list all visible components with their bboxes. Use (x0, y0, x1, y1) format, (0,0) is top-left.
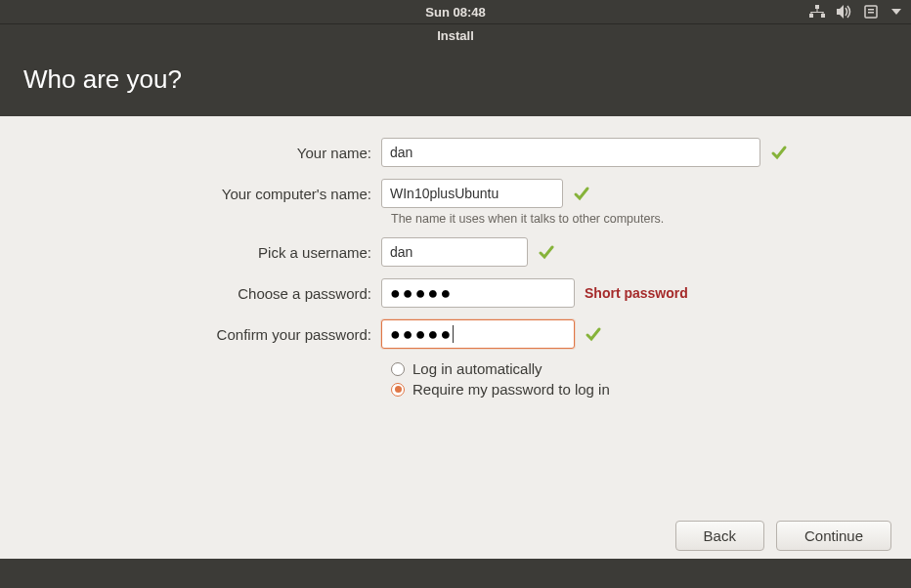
name-label: Your name: (29, 145, 381, 161)
form-area: Your name: Your computer's name: The nam… (0, 116, 911, 423)
username-input[interactable] (381, 237, 528, 267)
svg-rect-6 (823, 12, 824, 15)
radio-icon (391, 362, 405, 376)
login-auto-option[interactable]: Log in automatically (391, 360, 882, 377)
confirm-password-input[interactable]: ●●●●● (381, 319, 575, 349)
svg-marker-7 (837, 5, 844, 19)
confirm-password-label: Confirm your password: (29, 326, 381, 343)
password-label: Choose a password: (29, 285, 381, 302)
window-title-text: Install (437, 28, 474, 43)
computer-label: Your computer's name: (29, 186, 381, 202)
check-icon (538, 243, 555, 261)
svg-rect-0 (815, 5, 819, 9)
bottom-bar (0, 559, 911, 588)
page-title: Who are you? (23, 64, 888, 95)
network-icon[interactable] (809, 5, 825, 19)
check-icon (585, 325, 602, 343)
login-require-label: Require my password to log in (412, 381, 610, 398)
computer-name-input[interactable] (381, 179, 563, 208)
back-button[interactable]: Back (675, 521, 764, 551)
system-topbar: Sun 08:48 (0, 0, 911, 23)
login-require-option[interactable]: Require my password to log in (391, 381, 882, 398)
dropdown-arrow-icon[interactable] (891, 7, 901, 17)
radio-icon (391, 383, 405, 397)
username-label: Pick a username: (29, 244, 381, 261)
check-icon (573, 185, 590, 202)
volume-icon[interactable] (837, 5, 852, 19)
page-header: Who are you? (0, 47, 911, 116)
svg-marker-11 (891, 9, 901, 15)
login-auto-label: Log in automatically (412, 360, 542, 377)
input-icon[interactable] (864, 5, 880, 19)
name-input[interactable] (381, 138, 760, 167)
svg-rect-5 (811, 12, 812, 15)
check-icon (770, 144, 788, 161)
window-titlebar: Install (0, 23, 911, 47)
svg-rect-9 (868, 9, 874, 11)
svg-rect-10 (868, 12, 874, 14)
computer-name-hint: The name it uses when it talks to other … (391, 212, 882, 226)
password-input[interactable]: ●●●●● (381, 278, 575, 308)
clock: Sun 08:48 (425, 5, 485, 20)
continue-button[interactable]: Continue (776, 521, 891, 551)
password-warning: Short password (585, 285, 688, 301)
svg-rect-4 (811, 12, 824, 13)
